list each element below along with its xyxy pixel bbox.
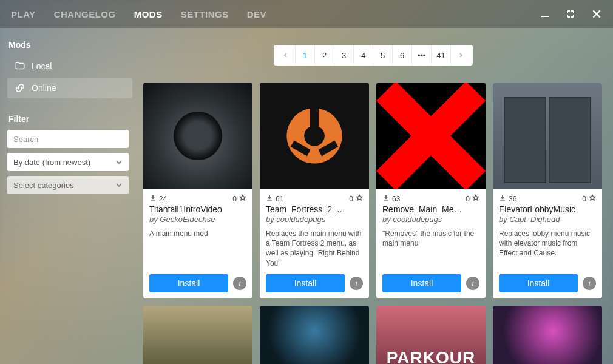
pagination: 1 2 3 4 5 6 ••• 41 (274, 45, 473, 66)
page-5[interactable]: 5 (373, 45, 393, 66)
page-next[interactable] (451, 45, 470, 66)
page-prev[interactable] (276, 45, 296, 66)
main-content: 1 2 3 4 5 6 ••• 41 24 (140, 28, 613, 364)
page-6[interactable]: 6 (393, 45, 412, 66)
mod-thumbnail (493, 306, 602, 364)
svg-marker-3 (240, 195, 246, 200)
nav-settings[interactable]: SETTINGS (181, 9, 229, 19)
svg-point-6 (304, 126, 325, 146)
install-button[interactable]: Install (499, 274, 578, 292)
mod-author: by GeckoEidechse (149, 215, 246, 224)
nav-dev[interactable]: DEV (247, 9, 266, 19)
sort-select[interactable]: By date (from newest) (7, 153, 129, 171)
mod-author: by Capt_Diqhedd (499, 215, 596, 224)
svg-marker-12 (473, 195, 479, 200)
star-icon (589, 194, 596, 203)
page-4[interactable]: 4 (354, 45, 373, 66)
sidebar-item-label: Local (32, 61, 52, 71)
sidebar-item-online[interactable]: Online (7, 78, 132, 98)
sidebar-heading-filter: Filter (8, 114, 132, 124)
mod-author: by cooldudepugs (266, 215, 363, 224)
mod-thumbnail (260, 306, 369, 364)
folder-icon (15, 61, 25, 72)
svg-marker-9 (357, 195, 362, 200)
mod-thumbnail: PARKOUR (376, 306, 486, 364)
nav-mods[interactable]: MODS (134, 9, 163, 19)
mod-thumbnail (260, 83, 369, 189)
install-button[interactable]: Install (149, 274, 228, 292)
mod-thumbnail (143, 83, 252, 189)
mod-card: 36 0 ElevatorLobbyMusic by Capt_Diqhedd … (493, 83, 602, 298)
sidebar-heading-mods: Mods (8, 40, 132, 50)
info-icon[interactable]: i (466, 277, 479, 290)
sort-value: By date (from newest) (13, 158, 90, 167)
download-count: 63 (392, 195, 400, 203)
mod-description: Replaces lobby menu music with elevator … (499, 229, 596, 268)
search-input[interactable] (7, 130, 129, 148)
nav-changelog[interactable]: CHANGELOG (54, 9, 116, 19)
page-41[interactable]: 41 (432, 45, 451, 66)
mod-cards-row2: PARKOUR (143, 306, 603, 364)
page-3[interactable]: 3 (334, 45, 354, 66)
mod-thumbnail (376, 83, 486, 189)
mod-description: Replaces the main menu with a Team Fortr… (266, 229, 363, 268)
star-count: 0 (232, 195, 237, 203)
mod-stats: 61 0 (266, 194, 363, 203)
star-icon (239, 194, 246, 203)
minimize-icon[interactable] (540, 9, 550, 19)
sidebar-item-label: Online (32, 83, 56, 93)
svg-marker-13 (590, 195, 595, 200)
mod-thumbnail (143, 306, 252, 364)
download-count: 61 (276, 195, 283, 203)
star-icon (356, 194, 363, 203)
mod-stats: 24 0 (149, 194, 246, 203)
info-icon[interactable]: i (233, 277, 246, 290)
mod-author: by cooldudepugs (382, 215, 479, 224)
filter-section: Filter By date (from newest) Select cate… (7, 114, 132, 194)
page-2[interactable]: 2 (315, 45, 334, 66)
download-count: 24 (159, 195, 167, 203)
page-1[interactable]: 1 (296, 45, 315, 66)
titlebar: PLAY CHANGELOG MODS SETTINGS DEV (0, 0, 613, 28)
mod-cards: 24 0 Titanfall1IntroVideo by GeckoEidech… (143, 83, 603, 298)
mod-title: Team_Fortress_2_… (266, 204, 363, 214)
info-icon[interactable]: i (583, 277, 596, 290)
link-icon (15, 83, 25, 93)
mod-stats: 36 0 (499, 194, 596, 203)
mod-description: "Removes" the music for the main menu (382, 229, 479, 268)
install-button[interactable]: Install (382, 274, 461, 292)
close-icon[interactable] (591, 8, 602, 19)
category-select[interactable]: Select categories (7, 176, 129, 194)
nav-play[interactable]: PLAY (11, 9, 36, 19)
star-count: 0 (582, 195, 586, 203)
download-icon (149, 194, 157, 203)
mod-title: ElevatorLobbyMusic (499, 204, 596, 214)
mod-card: 63 0 Remove_Main_Me… by cooldudepugs "Re… (376, 83, 486, 298)
download-count: 36 (509, 195, 516, 203)
info-icon[interactable]: i (350, 277, 363, 290)
window-controls (540, 8, 602, 19)
mod-title: Remove_Main_Me… (382, 204, 479, 214)
page-ellipsis[interactable]: ••• (412, 45, 432, 66)
star-icon (472, 194, 479, 203)
sidebar: Mods Local Online Filter By date (from n… (0, 28, 140, 364)
sidebar-item-local[interactable]: Local (7, 56, 132, 76)
mod-card: 24 0 Titanfall1IntroVideo by GeckoEidech… (143, 83, 252, 298)
mod-title: Titanfall1IntroVideo (149, 204, 246, 214)
mod-thumbnail (493, 83, 602, 189)
category-placeholder: Select categories (13, 181, 74, 190)
star-count: 0 (349, 195, 353, 203)
mod-card: 61 0 Team_Fortress_2_… by cooldudepugs R… (260, 83, 369, 298)
download-icon (499, 194, 506, 203)
maximize-icon[interactable] (566, 9, 575, 19)
star-count: 0 (466, 195, 470, 203)
download-icon (266, 194, 273, 203)
chevron-down-icon (115, 158, 123, 166)
nav-tabs: PLAY CHANGELOG MODS SETTINGS DEV (11, 9, 266, 19)
mod-stats: 63 0 (382, 194, 479, 203)
mod-description: A main menu mod (149, 229, 246, 268)
chevron-down-icon (115, 181, 123, 189)
install-button[interactable]: Install (266, 274, 345, 292)
download-icon (382, 194, 390, 203)
